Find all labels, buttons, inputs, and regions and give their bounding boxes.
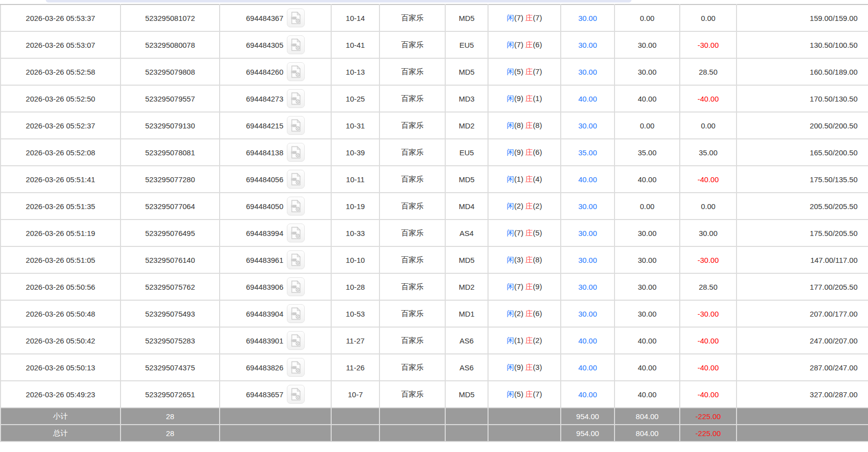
video-file-icon [290, 38, 301, 51]
video-replay-button[interactable] [287, 304, 305, 323]
cell-table-code: MD5 [445, 4, 488, 31]
video-replay-button[interactable] [287, 116, 305, 135]
cell-game-name: 百家乐 [379, 166, 445, 193]
cell-bet-id: 523295081072 [121, 4, 220, 31]
cell-bet-id: 523295072651 [121, 381, 220, 408]
cell-time: 2026-03-26 05:52:50 [0, 85, 121, 112]
cell-valid-amount: 30.00 [615, 246, 680, 273]
cell-result: 闲(1) 庄(4) [488, 166, 561, 193]
cell-game-number: 694484050 [220, 193, 331, 220]
cell-game-name: 百家乐 [379, 85, 445, 112]
cell-game-number: 694483904 [220, 300, 331, 327]
video-replay-button[interactable] [287, 277, 305, 296]
cell-win-loss: -40.00 [680, 166, 737, 193]
cell-time: 2026-03-26 05:52:37 [0, 112, 121, 139]
cell-game-number: 694484260 [220, 58, 331, 85]
cell-win-loss: -30.00 [680, 300, 737, 327]
table-row: 2026-03-26 05:50:48523295075493694483904… [0, 300, 868, 327]
cell-bet-amount: 35.00 [561, 139, 615, 166]
cell-bet-id: 523295077280 [121, 166, 220, 193]
cell-result: 闲(7) 庄(5) [488, 220, 561, 246]
cell-table-code: AS6 [445, 327, 488, 354]
cell-result: 闲(2) 庄(6) [488, 300, 561, 327]
game-number-text: 694483826 [246, 363, 283, 372]
video-replay-button[interactable] [287, 62, 305, 81]
cell-table-code: AS6 [445, 354, 488, 381]
cell-valid-amount: 40.00 [615, 85, 680, 112]
total-bet-total: 954.00 [561, 425, 615, 442]
cell-bet-amount: 30.00 [561, 246, 615, 273]
cell-balance: 175.50/205.50 [737, 220, 868, 246]
cell-table-code: EU5 [445, 139, 488, 166]
cell-win-loss: -30.00 [680, 246, 737, 273]
video-replay-button[interactable] [287, 8, 305, 27]
cell-round: 10-11 [331, 166, 379, 193]
cell-result: 闲(7) 庄(7) [488, 4, 561, 31]
cell-win-loss: 0.00 [680, 193, 737, 220]
video-replay-button[interactable] [287, 35, 305, 54]
total-empty-cell [737, 425, 868, 442]
cell-bet-amount: 30.00 [561, 31, 615, 58]
cell-round: 11-26 [331, 354, 379, 381]
cell-valid-amount: 0.00 [615, 4, 680, 31]
video-replay-button[interactable] [287, 331, 305, 350]
total-row: 总计 28 954.00 804.00 -225.00 [0, 425, 868, 442]
game-number-text: 694484305 [246, 41, 283, 49]
cell-win-loss: -40.00 [680, 85, 737, 112]
subtotal-empty-cell [331, 408, 379, 425]
cell-time: 2026-03-26 05:51:41 [0, 166, 121, 193]
cell-result: 闲(8) 庄(8) [488, 112, 561, 139]
cell-result: 闲(7) 庄(6) [488, 31, 561, 58]
video-replay-button[interactable] [287, 250, 305, 269]
table-row: 2026-03-26 05:50:13523295074375694483826… [0, 354, 868, 381]
cell-table-code: MD2 [445, 112, 488, 139]
cell-round: 10-31 [331, 112, 379, 139]
total-win-loss-total: -225.00 [680, 425, 737, 442]
cell-win-loss: 28.50 [680, 273, 737, 300]
cell-time: 2026-03-26 05:51:19 [0, 220, 121, 246]
cell-result: 闲(7) 庄(9) [488, 273, 561, 300]
game-number-text: 694484056 [246, 175, 283, 184]
cell-bet-amount: 40.00 [561, 381, 615, 408]
game-number-text: 694484367 [246, 14, 283, 22]
cell-table-code: EU5 [445, 31, 488, 58]
game-number-text: 694484050 [246, 202, 283, 211]
cell-bet-id: 523295075762 [121, 273, 220, 300]
cell-round: 10-14 [331, 4, 379, 31]
cell-bet-id: 523295076140 [121, 246, 220, 273]
cell-valid-amount: 0.00 [615, 112, 680, 139]
cell-win-loss: 35.00 [680, 139, 737, 166]
cell-bet-amount: 40.00 [561, 85, 615, 112]
subtotal-empty-cell [488, 408, 561, 425]
video-replay-button[interactable] [287, 358, 305, 377]
cell-win-loss: 28.50 [680, 58, 737, 85]
cell-game-name: 百家乐 [379, 300, 445, 327]
video-file-icon [290, 280, 301, 293]
video-replay-button[interactable] [287, 170, 305, 189]
cell-game-name: 百家乐 [379, 273, 445, 300]
cell-valid-amount: 30.00 [615, 58, 680, 85]
cell-result: 闲(5) 庄(7) [488, 381, 561, 408]
cell-win-loss: -40.00 [680, 327, 737, 354]
table-row: 2026-03-26 05:52:50523295079557694484273… [0, 85, 868, 112]
table-row: 2026-03-26 05:53:37523295081072694484367… [0, 4, 868, 31]
video-replay-button[interactable] [287, 224, 305, 242]
cell-balance: 160.50/189.00 [737, 58, 868, 85]
video-replay-button[interactable] [287, 143, 305, 162]
cell-bet-id: 523295077064 [121, 193, 220, 220]
video-replay-button[interactable] [287, 89, 305, 108]
cell-result: 闲(9) 庄(6) [488, 139, 561, 166]
video-replay-button[interactable] [287, 197, 305, 216]
subtotal-empty-cell [445, 408, 488, 425]
cell-win-loss: 0.00 [680, 4, 737, 31]
game-number-text: 694484138 [246, 148, 283, 157]
video-file-icon [290, 65, 301, 78]
cell-round: 10-33 [331, 220, 379, 246]
video-file-icon [290, 200, 301, 213]
video-replay-button[interactable] [287, 385, 305, 404]
video-file-icon [290, 388, 301, 401]
game-number-text: 694483906 [246, 283, 283, 291]
cell-game-name: 百家乐 [379, 31, 445, 58]
cell-round: 10-41 [331, 31, 379, 58]
game-number-text: 694483961 [246, 256, 283, 264]
